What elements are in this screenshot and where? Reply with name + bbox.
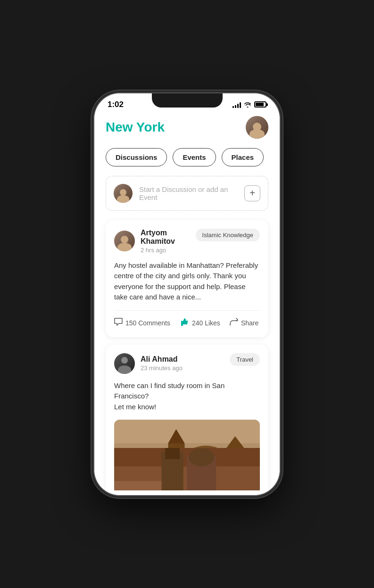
svg-rect-5: [168, 443, 185, 490]
svg-rect-19: [194, 475, 198, 480]
tab-events[interactable]: Events: [173, 148, 216, 166]
like-icon: [180, 317, 189, 329]
screen: 1:02: [94, 93, 280, 495]
avatar-image: [246, 116, 268, 139]
share-label: Share: [241, 319, 258, 327]
post-time-1: 2 hrs ago: [141, 247, 196, 254]
svg-point-3: [183, 446, 230, 479]
user-avatar[interactable]: [246, 116, 268, 139]
add-button[interactable]: +: [244, 185, 260, 201]
page-header: New York: [106, 116, 268, 139]
post-author-row-2: Ali Ahmad 23 minutes ago: [114, 353, 183, 374]
svg-rect-9: [114, 467, 116, 490]
post-author-name-2: Ali Ahmad: [141, 355, 183, 364]
svg-rect-4: [192, 460, 220, 490]
svg-rect-14: [114, 486, 131, 490]
battery-fill: [256, 103, 264, 106]
post-author-info-2: Ali Ahmad 23 minutes ago: [141, 355, 183, 372]
share-action[interactable]: Share: [230, 318, 258, 328]
share-icon: [230, 318, 238, 328]
svg-rect-2: [114, 457, 260, 490]
city-title: New York: [106, 120, 165, 135]
wifi-icon: [244, 102, 251, 108]
svg-rect-12: [249, 462, 260, 490]
tab-places[interactable]: Places: [222, 148, 264, 166]
comments-count: 150 Comments: [125, 319, 170, 327]
svg-rect-22: [114, 420, 260, 490]
likes-action[interactable]: 240 Likes: [180, 317, 220, 329]
post-body-2: Where can I find study room in San Franc…: [114, 381, 260, 413]
plus-icon: +: [249, 188, 255, 199]
battery-icon: [254, 101, 266, 108]
post-tag-1[interactable]: Islamic Knowledge: [196, 229, 260, 241]
post-author-name-1: Artyom Khamitov: [141, 229, 196, 246]
post-actions-1: 150 Comments 240 Likes: [114, 310, 260, 329]
cathedral-image: [114, 420, 260, 490]
likes-count: 240 Likes: [192, 319, 220, 327]
post-card-2: Ali Ahmad 23 minutes ago Travel Where ca…: [106, 345, 268, 490]
post-header-2: Ali Ahmad 23 minutes ago Travel: [114, 353, 260, 374]
post-avatar-1[interactable]: [114, 231, 135, 251]
svg-rect-17: [201, 467, 205, 472]
svg-rect-10: [116, 472, 135, 490]
svg-rect-18: [208, 467, 212, 472]
svg-rect-11: [135, 464, 150, 490]
post-author-info-1: Artyom Khamitov 2 hrs ago: [141, 229, 196, 254]
svg-rect-16: [194, 467, 198, 472]
signal-bars-icon: [233, 101, 241, 108]
comment-icon: [114, 318, 123, 328]
discussion-placeholder: Start a Discussion or add an Event: [139, 185, 238, 201]
post-time-2: 23 minutes ago: [141, 364, 183, 372]
post-card-1: Artyom Khamitov 2 hrs ago Islamic Knowle…: [106, 220, 268, 337]
post-body-1: Any hostel available in Manhattan? Prefe…: [114, 260, 260, 303]
status-time: 1:02: [108, 100, 124, 109]
tabs-bar: Discussions Events Places: [106, 148, 268, 166]
post-author-row-1: Artyom Khamitov 2 hrs ago: [114, 229, 196, 254]
content-area: New York Discussions Events Places Start…: [94, 112, 280, 490]
svg-rect-7: [225, 450, 246, 490]
svg-rect-20: [201, 475, 205, 480]
post-avatar-2[interactable]: [114, 353, 135, 374]
post-tag-2[interactable]: Travel: [230, 353, 260, 366]
current-user-avatar: [114, 184, 133, 203]
post-image-2: [114, 420, 260, 490]
comments-action[interactable]: 150 Comments: [114, 318, 170, 328]
post-header-1: Artyom Khamitov 2 hrs ago Islamic Knowle…: [114, 229, 260, 254]
tab-discussions[interactable]: Discussions: [106, 148, 167, 166]
notch: [152, 93, 223, 108]
new-discussion-box[interactable]: Start a Discussion or add an Event +: [106, 176, 268, 211]
phone-frame: 1:02: [94, 93, 280, 495]
status-icons: [233, 101, 266, 108]
svg-rect-21: [208, 475, 212, 480]
svg-rect-13: [258, 455, 260, 490]
